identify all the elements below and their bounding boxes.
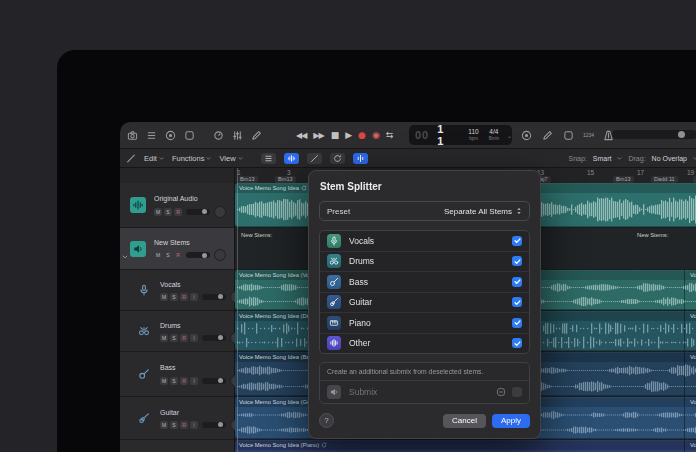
submix-checkbox[interactable] — [512, 387, 522, 397]
master-volume-slider[interactable] — [612, 130, 696, 139]
chord-marker[interactable]: Bm13 — [237, 176, 258, 183]
track-m-button[interactable]: M — [160, 293, 168, 301]
stem-checkbox[interactable] — [512, 256, 522, 266]
stem-row-other: Other — [320, 334, 529, 354]
track-r-button[interactable]: R — [180, 421, 188, 429]
track-i-button[interactable]: I — [190, 421, 198, 429]
track-header-new-stems[interactable]: New StemsMSR — [120, 228, 234, 270]
view-menu[interactable]: View — [219, 154, 242, 163]
track-m-button[interactable]: M — [160, 334, 168, 342]
track-s-button[interactable]: S — [170, 377, 178, 385]
track-header-guitar[interactable]: GuitarMSRI — [120, 397, 234, 440]
rows-view-button[interactable] — [261, 153, 276, 164]
track-volume-slider[interactable] — [202, 294, 226, 300]
track-i-button[interactable]: I — [190, 334, 198, 342]
library-icon[interactable] — [126, 129, 139, 142]
master-volume-knob[interactable] — [678, 131, 685, 138]
track-volume-slider[interactable] — [202, 335, 226, 341]
smart-controls-icon[interactable] — [212, 129, 225, 142]
track-r-button[interactable]: R — [180, 293, 188, 301]
track-volume-slider[interactable] — [202, 422, 226, 428]
functions-menu[interactable]: Functions — [172, 154, 212, 163]
stem-row-vocals: Vocals — [320, 231, 529, 252]
help-button[interactable]: ? — [319, 413, 334, 428]
track-s-button[interactable]: S — [170, 293, 178, 301]
track-m-button[interactable]: M — [160, 421, 168, 429]
apply-button[interactable]: Apply — [492, 414, 530, 428]
cycle-button[interactable]: ⇆ — [386, 130, 393, 140]
chord-marker[interactable]: Bm13 — [613, 176, 634, 183]
flex-view-button[interactable] — [353, 153, 368, 164]
track-r-button[interactable]: R — [180, 377, 188, 385]
preset-dropdown[interactable]: Preset Separate All Stems — [319, 201, 530, 221]
waveform-view-button[interactable] — [284, 153, 299, 164]
track-r-button[interactable]: R — [174, 208, 182, 216]
automation-icon[interactable] — [126, 152, 136, 165]
track-s-button[interactable]: S — [164, 251, 172, 259]
snap-value-dropdown[interactable]: Smart — [593, 155, 612, 162]
track-pan-knob[interactable] — [214, 206, 226, 218]
chord-marker[interactable]: Bm13 — [275, 176, 296, 183]
stem-checkbox[interactable] — [512, 236, 522, 246]
solo-box-icon[interactable] — [562, 129, 575, 142]
toolbar-icon[interactable] — [183, 129, 196, 142]
region-label: Voice Memo Song Idea (Guitar) — [690, 399, 696, 405]
stem-checkbox[interactable] — [512, 277, 522, 287]
track-s-button[interactable]: S — [170, 421, 178, 429]
track-header-bass[interactable]: BassMSRI — [120, 352, 234, 397]
track-m-button[interactable]: M — [154, 251, 162, 259]
forward-button[interactable]: ▶▶ — [313, 131, 323, 140]
lcd-display[interactable]: 00 1 1 110 bpm 4/4 Bmin ⌄ — [409, 125, 512, 145]
disclosure-triangle-icon[interactable] — [122, 246, 128, 264]
track-volume-slider[interactable] — [202, 378, 226, 384]
audio-region[interactable]: Voice Memo Song Idea (Piano)Voice Memo S… — [235, 440, 696, 452]
chord-marker[interactable]: Dadd 11 — [651, 176, 678, 183]
editors-icon[interactable] — [250, 129, 263, 142]
track-r-button[interactable]: R — [174, 251, 182, 259]
track-s-button[interactable]: S — [164, 208, 172, 216]
tuner-icon[interactable] — [520, 129, 533, 142]
control-bar: ◀◀ ▶▶ ■ ▶ ● ◉ ⇆ 00 1 1 110 bpm 4/ — [120, 122, 696, 149]
track-s-button[interactable]: S — [170, 334, 178, 342]
track-header-piano[interactable]: PianoMSRI — [120, 440, 234, 452]
drag-value-dropdown[interactable]: No Overlap — [652, 155, 687, 162]
count-in-icon[interactable]: 1234 — [583, 129, 594, 142]
track-i-button[interactable]: I — [190, 293, 198, 301]
mixer-icon[interactable] — [231, 129, 244, 142]
track-header-vocals[interactable]: VocalsMSRI — [120, 270, 234, 311]
region-label: Voice Memo Song Idea (Drums) — [690, 313, 696, 319]
track-m-button[interactable]: M — [154, 208, 162, 216]
lcd-chevron-icon[interactable]: ⌄ — [507, 132, 512, 139]
track-header-drums[interactable]: DrumsMSRI — [120, 311, 234, 352]
snap-chevron-icon[interactable] — [617, 156, 622, 161]
stop-button[interactable]: ■ — [331, 130, 339, 140]
record-button[interactable]: ● — [358, 130, 365, 140]
cancel-button[interactable]: Cancel — [443, 414, 486, 428]
edit-menu[interactable]: Edit — [144, 154, 164, 163]
track-r-button[interactable]: R — [180, 334, 188, 342]
loop-view-button[interactable] — [330, 153, 345, 164]
playhead[interactable] — [237, 168, 238, 452]
lane-row: Voice Memo Song Idea (Piano)Voice Memo S… — [234, 440, 696, 452]
submix-note: Create an additional submix from deselec… — [320, 363, 529, 381]
stem-checkbox[interactable] — [512, 297, 522, 307]
track-i-button[interactable]: I — [190, 377, 198, 385]
capture-recording-icon[interactable]: ◉ — [372, 130, 379, 140]
track-pan-knob[interactable] — [214, 249, 226, 261]
remove-submix-icon[interactable] — [496, 387, 506, 397]
track-volume-slider[interactable] — [186, 252, 210, 258]
track-volume-slider[interactable] — [186, 209, 210, 215]
rewind-button[interactable]: ◀◀ — [296, 131, 306, 140]
play-button[interactable]: ▶ — [345, 130, 351, 140]
quick-help-icon[interactable] — [164, 129, 177, 142]
automation-view-button[interactable] — [307, 153, 322, 164]
inspector-icon[interactable] — [145, 129, 158, 142]
stem-checkbox[interactable] — [512, 318, 522, 328]
stems-list: VocalsDrumsBassGuitarPianoOther — [319, 230, 530, 354]
track-m-button[interactable]: M — [160, 377, 168, 385]
submix-row: Submix — [320, 381, 529, 403]
track-header-original-audio[interactable]: Original AudioMSR — [120, 183, 234, 228]
pencil-icon[interactable] — [541, 129, 554, 142]
lcd-key: Bmin — [489, 137, 499, 142]
stem-checkbox[interactable] — [512, 338, 522, 348]
